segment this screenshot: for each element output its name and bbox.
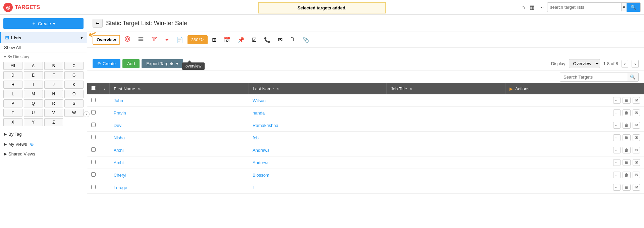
row-first-name-0[interactable]: John [110, 94, 249, 107]
overview-tab[interactable]: Overview [93, 35, 120, 45]
export-targets-btn[interactable]: Export Targets ▾ [142, 59, 183, 68]
row-email-btn-1[interactable]: ✉ [633, 109, 640, 116]
row-more-btn-7[interactable]: ··· [613, 184, 621, 191]
row-email-btn-4[interactable]: ✉ [633, 147, 640, 153]
row-last-name-3[interactable]: febi [249, 132, 386, 144]
letter-o[interactable]: O [64, 90, 84, 98]
search-targets-input[interactable] [560, 73, 627, 82]
row-delete-btn-5[interactable]: 🗑 [623, 159, 631, 166]
more-options-icon[interactable]: ··· [539, 4, 544, 10]
row-last-name-0[interactable]: Wilson [249, 94, 386, 107]
letter-j[interactable]: J [44, 81, 63, 89]
row-more-btn-2[interactable]: ··· [613, 122, 621, 129]
home-icon[interactable]: ⌂ [522, 4, 525, 10]
row-email-btn-3[interactable]: ✉ [633, 134, 640, 141]
letter-y[interactable]: Y [24, 118, 43, 126]
add-target-btn[interactable]: Add [122, 59, 140, 68]
by-directory-header[interactable]: ▾ By Directory [0, 52, 87, 60]
letter-e[interactable]: E [24, 71, 43, 79]
th-first-name[interactable]: First Name ⇅ [110, 83, 249, 94]
row-email-btn-5[interactable]: ✉ [633, 159, 640, 166]
letter-k[interactable]: K [64, 81, 84, 89]
row-checkbox-4[interactable] [91, 147, 96, 152]
letter-g[interactable]: G [64, 71, 84, 79]
letter-t[interactable]: T [3, 109, 22, 117]
row-checkbox-1[interactable] [91, 110, 96, 115]
row-delete-btn-2[interactable]: 🗑 [623, 122, 631, 129]
row-more-btn-0[interactable]: ··· [613, 97, 621, 104]
sidebar-shared-views[interactable]: ▶ Shared Views [0, 149, 87, 159]
display-select[interactable]: Overview [569, 59, 600, 68]
row-delete-btn-4[interactable]: 🗑 [623, 147, 631, 153]
row-delete-btn-7[interactable]: 🗑 [623, 184, 631, 191]
letter-l[interactable]: L [3, 90, 22, 98]
letter-q[interactable]: Q [24, 99, 43, 107]
letter-w[interactable]: W [64, 109, 84, 117]
search-submit-btn[interactable]: 🔍 [627, 3, 640, 12]
row-checkbox-3[interactable] [91, 135, 96, 139]
row-delete-btn-1[interactable]: 🗑 [623, 109, 631, 116]
letter-f[interactable]: F [44, 71, 63, 79]
row-checkbox-7[interactable] [91, 185, 96, 189]
row-first-name-7[interactable]: Lordge [110, 181, 249, 194]
letter-d[interactable]: D [3, 71, 22, 79]
th-last-name[interactable]: Last Name ⇅ [249, 83, 386, 94]
view-icon-btn[interactable] [135, 34, 147, 45]
letter-v[interactable]: V [44, 109, 63, 117]
create-target-btn[interactable]: ⊕ Create [93, 59, 120, 68]
row-first-name-6[interactable]: Cheryl [110, 169, 249, 181]
sidebar-lists-header[interactable]: ⊞ Lists ▾ [0, 32, 87, 43]
pin-icon-btn[interactable]: 📌 [235, 35, 248, 45]
email-icon-btn[interactable]: ✉ [275, 35, 285, 45]
row-last-name-4[interactable]: Andrews [249, 144, 386, 156]
letter-all[interactable]: All [3, 62, 22, 70]
search-dropdown-btn[interactable]: ▾ [621, 3, 627, 11]
letter-i[interactable]: I [24, 81, 43, 89]
sidebar-my-views[interactable]: ▶ My Views ⊕ [0, 139, 87, 149]
letter-c[interactable]: C [64, 62, 84, 70]
360-tab[interactable]: 360°↻ [187, 35, 208, 44]
prev-page-btn[interactable]: ‹ [622, 60, 629, 68]
sidebar-show-all[interactable]: Show All [0, 43, 87, 52]
row-checkbox-6[interactable] [91, 172, 96, 177]
phone-icon-btn[interactable]: 📞 [261, 35, 274, 45]
row-first-name-4[interactable]: Archi [110, 144, 249, 156]
row-last-name-7[interactable]: L [249, 181, 386, 194]
doc-icon-btn[interactable]: 📄 [173, 35, 186, 45]
row-first-name-1[interactable]: Pravin [110, 107, 249, 119]
row-first-name-5[interactable]: Archi [110, 156, 249, 169]
th-job-title[interactable]: Job Title ⇅ [386, 83, 505, 94]
row-last-name-1[interactable]: nanda [249, 107, 386, 119]
select-all-checkbox[interactable] [91, 86, 96, 90]
letter-x[interactable]: X [3, 118, 22, 126]
my-views-add-icon[interactable]: ⊕ [30, 141, 34, 147]
calendar-icon-btn[interactable]: 📅 [221, 35, 233, 45]
back-button[interactable]: ⬅ [93, 19, 103, 28]
create-button[interactable]: ＋ Create ▾ [3, 18, 84, 29]
next-page-btn[interactable]: › [632, 60, 639, 68]
row-more-btn-5[interactable]: ··· [613, 159, 621, 166]
row-delete-btn-3[interactable]: 🗑 [623, 134, 631, 141]
row-delete-btn-6[interactable]: 🗑 [623, 172, 631, 178]
attachment-icon-btn[interactable]: 📎 [300, 35, 312, 45]
search-targets-btn[interactable]: 🔍 [627, 73, 639, 82]
row-last-name-2[interactable]: Ramakrishna [249, 119, 386, 132]
global-search-input[interactable] [547, 3, 621, 11]
letter-b[interactable]: B [44, 62, 63, 70]
letter-a[interactable]: A [24, 62, 43, 70]
table-icon-btn[interactable]: ⊞ [209, 35, 219, 45]
target-icon-btn[interactable] [121, 34, 133, 45]
letter-n[interactable]: N [44, 90, 63, 98]
check-icon-btn[interactable]: ☑ [249, 35, 260, 45]
notes-icon-btn[interactable]: 🗒 [287, 35, 298, 45]
letter-r[interactable]: R [44, 99, 63, 107]
row-email-btn-7[interactable]: ✉ [633, 184, 640, 191]
row-first-name-3[interactable]: Nisha [110, 132, 249, 144]
row-checkbox-0[interactable] [91, 98, 96, 102]
letter-s[interactable]: S [64, 99, 84, 107]
bar-chart-icon[interactable]: ▦ [530, 4, 535, 10]
filter-icon-btn[interactable] [148, 34, 160, 45]
row-more-btn-4[interactable]: ··· [613, 147, 621, 153]
letter-p[interactable]: P [3, 99, 22, 107]
letter-z[interactable]: Z [44, 118, 63, 126]
